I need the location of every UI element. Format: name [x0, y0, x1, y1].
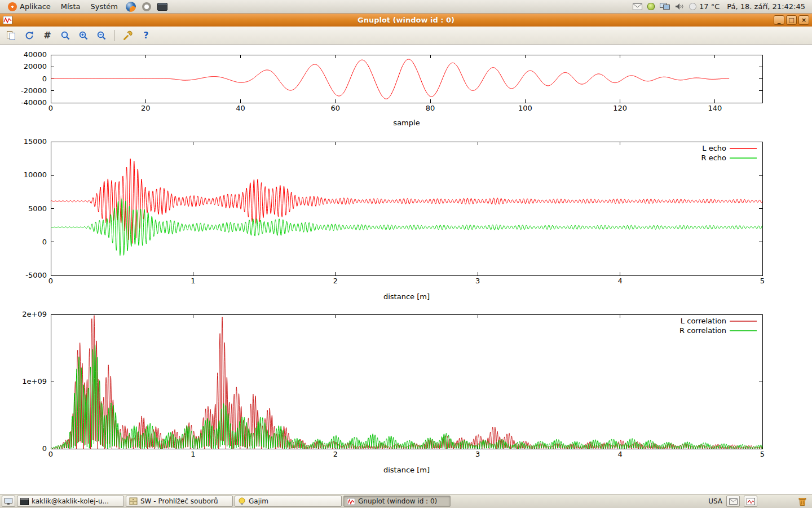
gajim-icon: [238, 497, 246, 505]
svg-text:10000: 10000: [24, 170, 47, 179]
svg-text:L echo: L echo: [702, 144, 726, 152]
menu-places[interactable]: Místa: [56, 1, 85, 12]
chart-sample-waveform[interactable]: 020406080100120140-40000-200000200004000…: [0, 45, 812, 135]
minimize-button[interactable]: _: [774, 15, 784, 25]
bottom-taskbar: kaklik@kaklik-kolej-u... SW - Prohlížeč …: [0, 494, 812, 508]
magnifier-icon: [60, 30, 70, 41]
taskbar-right: USA: [708, 496, 810, 507]
network-monitor-icon[interactable]: [660, 3, 670, 10]
menu-system[interactable]: Systém: [86, 1, 122, 12]
mail-tray-icon[interactable]: [633, 3, 642, 10]
zoom-in-button[interactable]: [76, 28, 91, 43]
help-browser-icon: [142, 2, 151, 11]
gnuplot-window: Gnuplot (window id : 0) _ □ × #: [0, 14, 812, 494]
svg-text:2e+09: 2e+09: [22, 310, 47, 318]
wrench-icon: [123, 30, 133, 41]
zoom-region-button[interactable]: [58, 28, 73, 43]
taskbar-window-terminal[interactable]: kaklik@kaklik-kolej-u...: [17, 496, 124, 507]
grid-toggle-button[interactable]: #: [40, 28, 55, 43]
svg-text:0: 0: [42, 75, 47, 83]
svg-text:distance [m]: distance [m]: [383, 292, 430, 301]
close-button[interactable]: ×: [798, 15, 809, 25]
svg-text:5: 5: [760, 450, 765, 458]
help-launcher[interactable]: [140, 1, 153, 13]
taskbar-window-gajim[interactable]: Gajim: [235, 496, 342, 507]
taskbar-window-label: Gajim: [249, 497, 268, 505]
firefox-launcher[interactable]: [125, 1, 137, 13]
svg-text:1e+09: 1e+09: [22, 377, 47, 386]
show-desktop-button[interactable]: [2, 496, 15, 507]
window-switcher-button[interactable]: [744, 496, 757, 507]
svg-text:0: 0: [48, 277, 53, 285]
copy-to-clipboard-button[interactable]: [4, 28, 19, 43]
desktop-icon: [4, 497, 13, 505]
svg-text:0: 0: [42, 238, 47, 246]
svg-text:5000: 5000: [28, 204, 47, 213]
gnuplot-window-icon[interactable]: [3, 16, 13, 25]
svg-text:3: 3: [475, 450, 480, 458]
svg-text:80: 80: [426, 104, 435, 112]
gajim-status-icon[interactable]: [647, 3, 655, 10]
keyboard-layout-indicator[interactable]: USA: [708, 497, 722, 505]
file-manager-icon: [129, 497, 138, 505]
trash-icon[interactable]: [797, 496, 807, 506]
mail-notifier-button[interactable]: [726, 496, 740, 507]
chart-echo[interactable]: 012345-5000050001000015000distance [m]L …: [0, 135, 812, 304]
svg-text:120: 120: [613, 104, 627, 112]
gnuplot-toolbar: # ?: [0, 27, 812, 45]
svg-text:-20000: -20000: [21, 86, 47, 95]
window-title: Gnuplot (window id : 0): [0, 16, 812, 24]
replot-button[interactable]: [22, 28, 37, 43]
svg-text:2: 2: [333, 277, 338, 285]
mail-icon: [729, 498, 738, 505]
help-button[interactable]: ?: [139, 28, 153, 43]
taskbar-window-label: SW - Prohlížeč souborů: [140, 497, 218, 505]
replot-icon: [24, 30, 34, 41]
screenshot-launcher[interactable]: [156, 1, 169, 13]
svg-text:-5000: -5000: [25, 271, 47, 279]
svg-text:sample: sample: [393, 119, 420, 127]
svg-text:60: 60: [331, 104, 341, 112]
maximize-button[interactable]: □: [786, 15, 797, 25]
svg-text:distance [m]: distance [m]: [383, 466, 430, 474]
svg-text:40000: 40000: [24, 50, 47, 59]
weather-applet[interactable]: 17 °C: [689, 2, 720, 11]
taskbar-window-label: Gnuplot (window id : 0): [358, 497, 437, 505]
zoom-out-button[interactable]: [94, 28, 109, 43]
svg-text:140: 140: [708, 104, 722, 112]
copy-icon: [6, 30, 16, 41]
menu-places-label: Místa: [61, 2, 81, 11]
svg-text:15000: 15000: [24, 137, 47, 146]
grid-icon: #: [43, 30, 51, 41]
zoom-in-icon: [78, 30, 89, 41]
svg-text:20000: 20000: [24, 62, 47, 71]
window-titlebar[interactable]: Gnuplot (window id : 0) _ □ ×: [0, 14, 812, 27]
taskbar-window-gnuplot[interactable]: Gnuplot (window id : 0): [343, 496, 451, 507]
svg-text:2: 2: [333, 450, 338, 458]
svg-text:L correlation: L correlation: [681, 317, 726, 325]
ubuntu-logo-icon: [8, 2, 17, 11]
clock-applet[interactable]: Pá, 18. září, 21:42:45: [725, 2, 807, 11]
screenshot-icon: [157, 3, 167, 11]
menu-applications[interactable]: Aplikace: [3, 1, 55, 12]
svg-text:20: 20: [141, 104, 151, 112]
mini-window-icon: [747, 498, 755, 505]
settings-button[interactable]: [121, 28, 135, 43]
svg-text:-40000: -40000: [21, 98, 47, 107]
svg-text:1: 1: [191, 450, 195, 458]
plot-area: 020406080100120140-40000-200000200004000…: [0, 45, 812, 494]
terminal-icon: [20, 498, 29, 505]
svg-text:100: 100: [518, 104, 532, 112]
window-controls: _ □ ×: [774, 15, 809, 25]
svg-text:5: 5: [760, 277, 765, 285]
firefox-icon: [126, 2, 136, 12]
zoom-out-icon: [96, 30, 107, 41]
volume-icon[interactable]: [675, 3, 684, 10]
taskbar-window-filemanager[interactable]: SW - Prohlížeč souborů: [126, 496, 233, 507]
svg-text:0: 0: [42, 444, 47, 453]
toolbar-separator: [114, 30, 115, 41]
help-icon: ?: [143, 30, 148, 41]
taskbar-window-label: kaklik@kaklik-kolej-u...: [32, 497, 109, 505]
chart-correlation[interactable]: 01234501e+092e+09distance [m]L correlati…: [0, 304, 812, 491]
svg-text:1: 1: [191, 277, 195, 285]
